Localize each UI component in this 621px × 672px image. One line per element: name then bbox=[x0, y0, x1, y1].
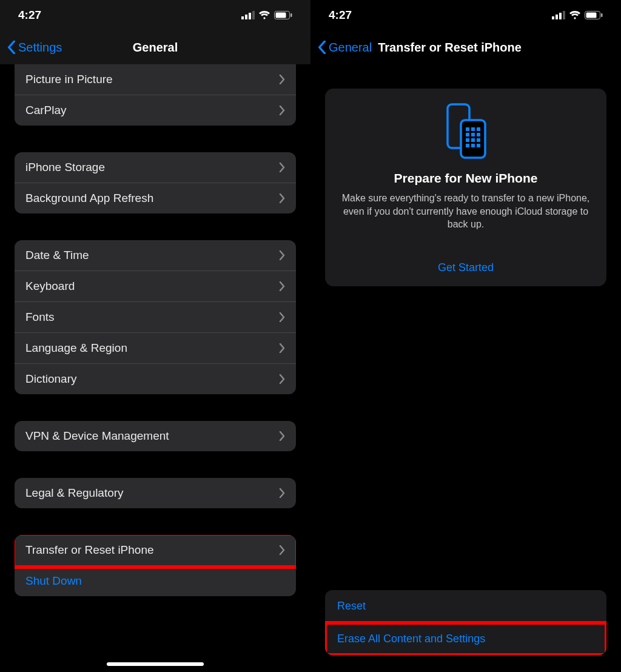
settings-row[interactable]: Transfer or Reset iPhone bbox=[15, 535, 296, 566]
reset-row[interactable]: Reset bbox=[325, 590, 606, 623]
chevron-right-icon bbox=[279, 193, 285, 203]
prepare-card: Prepare for New iPhone Make sure everyth… bbox=[325, 89, 606, 286]
settings-group: Picture in PictureCarPlay bbox=[15, 64, 296, 126]
settings-group: VPN & Device Management bbox=[15, 421, 296, 451]
status-bar: 4:27 bbox=[0, 0, 310, 30]
status-time: 4:27 bbox=[18, 8, 41, 22]
settings-row[interactable]: Date & Time bbox=[15, 240, 296, 271]
chevron-right-icon bbox=[279, 75, 285, 84]
settings-row[interactable]: iPhone Storage bbox=[15, 152, 296, 183]
back-button[interactable]: General bbox=[318, 41, 372, 55]
row-label: Legal & Regulatory bbox=[25, 486, 124, 500]
svg-rect-5 bbox=[276, 13, 286, 18]
status-bar: 4:27 bbox=[310, 0, 621, 30]
svg-rect-12 bbox=[586, 13, 597, 18]
row-label: Date & Time bbox=[25, 249, 89, 262]
settings-group: iPhone StorageBackground App Refresh bbox=[15, 152, 296, 213]
svg-rect-1 bbox=[245, 15, 247, 19]
row-label: Keyboard bbox=[25, 280, 75, 293]
settings-row[interactable]: Fonts bbox=[15, 302, 296, 333]
svg-rect-2 bbox=[249, 13, 251, 19]
svg-rect-20 bbox=[471, 133, 475, 136]
row-label: Transfer or Reset iPhone bbox=[25, 543, 154, 557]
nav-header: General Transfer or Reset iPhone bbox=[310, 30, 621, 64]
back-button[interactable]: Settings bbox=[7, 41, 62, 55]
row-label: Erase All Content and Settings bbox=[337, 633, 485, 645]
row-label: Fonts bbox=[25, 311, 55, 324]
svg-rect-6 bbox=[290, 13, 292, 17]
transfer-iphone-icon bbox=[444, 103, 488, 160]
row-label: Dictionary bbox=[25, 372, 76, 386]
svg-rect-16 bbox=[466, 127, 469, 131]
svg-rect-7 bbox=[552, 16, 554, 19]
page-title: Transfer or Reset iPhone bbox=[378, 41, 522, 55]
svg-rect-24 bbox=[477, 138, 480, 142]
wifi-icon bbox=[569, 11, 581, 19]
settings-row[interactable]: Dictionary bbox=[15, 364, 296, 394]
settings-group: Transfer or Reset iPhoneShut Down bbox=[15, 535, 296, 596]
chevron-right-icon bbox=[279, 281, 285, 291]
row-label: Language & Region bbox=[25, 341, 127, 355]
battery-icon bbox=[585, 11, 603, 19]
erase-row[interactable]: Erase All Content and Settings bbox=[325, 623, 606, 655]
chevron-right-icon bbox=[279, 374, 285, 384]
settings-row[interactable]: Picture in Picture bbox=[15, 64, 296, 95]
row-label: CarPlay bbox=[25, 104, 67, 117]
settings-row[interactable]: Background App Refresh bbox=[15, 183, 296, 213]
settings-row[interactable]: Shut Down bbox=[15, 566, 296, 596]
row-label: iPhone Storage bbox=[25, 161, 105, 174]
svg-rect-0 bbox=[241, 16, 244, 19]
cellular-icon bbox=[552, 11, 565, 19]
row-label: Shut Down bbox=[25, 574, 82, 588]
chevron-right-icon bbox=[279, 312, 285, 322]
card-title: Prepare for New iPhone bbox=[337, 171, 594, 186]
status-icons bbox=[241, 11, 292, 19]
cellular-icon bbox=[241, 11, 255, 19]
card-body: Make sure everything's ready to transfer… bbox=[337, 192, 594, 231]
svg-rect-19 bbox=[466, 133, 469, 136]
reset-group: Reset Erase All Content and Settings bbox=[325, 590, 606, 655]
back-label: General bbox=[329, 41, 372, 55]
svg-rect-9 bbox=[559, 13, 562, 19]
row-label: VPN & Device Management bbox=[25, 429, 169, 443]
settings-row[interactable]: Language & Region bbox=[15, 333, 296, 364]
svg-rect-18 bbox=[477, 127, 480, 131]
back-label: Settings bbox=[18, 41, 62, 55]
svg-rect-8 bbox=[556, 15, 558, 19]
chevron-right-icon bbox=[279, 545, 285, 555]
chevron-right-icon bbox=[279, 250, 285, 260]
settings-row[interactable]: Legal & Regulatory bbox=[15, 478, 296, 508]
chevron-right-icon bbox=[279, 163, 285, 172]
svg-rect-25 bbox=[466, 144, 469, 147]
row-label: Background App Refresh bbox=[25, 192, 153, 205]
svg-rect-10 bbox=[563, 11, 565, 19]
settings-row[interactable]: CarPlay bbox=[15, 95, 296, 126]
svg-rect-3 bbox=[252, 11, 255, 19]
wifi-icon bbox=[258, 11, 270, 19]
chevron-right-icon bbox=[279, 488, 285, 498]
settings-group: Date & TimeKeyboardFontsLanguage & Regio… bbox=[15, 240, 296, 394]
home-indicator[interactable] bbox=[107, 662, 204, 666]
settings-row[interactable]: Keyboard bbox=[15, 271, 296, 302]
svg-rect-22 bbox=[466, 138, 469, 142]
chevron-right-icon bbox=[279, 431, 285, 441]
chevron-right-icon bbox=[279, 343, 285, 353]
svg-rect-27 bbox=[477, 144, 480, 147]
svg-rect-17 bbox=[471, 127, 475, 131]
row-label: Picture in Picture bbox=[25, 73, 113, 86]
status-icons bbox=[552, 11, 603, 19]
svg-rect-13 bbox=[601, 13, 603, 17]
svg-rect-21 bbox=[477, 133, 480, 136]
svg-rect-26 bbox=[471, 144, 475, 147]
svg-rect-23 bbox=[471, 138, 475, 142]
status-time: 4:27 bbox=[329, 8, 352, 22]
battery-icon bbox=[274, 11, 292, 19]
settings-row[interactable]: VPN & Device Management bbox=[15, 421, 296, 451]
chevron-left-icon bbox=[7, 41, 16, 54]
chevron-left-icon bbox=[318, 41, 326, 54]
get-started-button[interactable]: Get Started bbox=[337, 252, 594, 286]
settings-group: Legal & Regulatory bbox=[15, 478, 296, 508]
row-label: Reset bbox=[337, 600, 366, 613]
nav-header: Settings General bbox=[0, 30, 310, 64]
chevron-right-icon bbox=[279, 106, 285, 115]
